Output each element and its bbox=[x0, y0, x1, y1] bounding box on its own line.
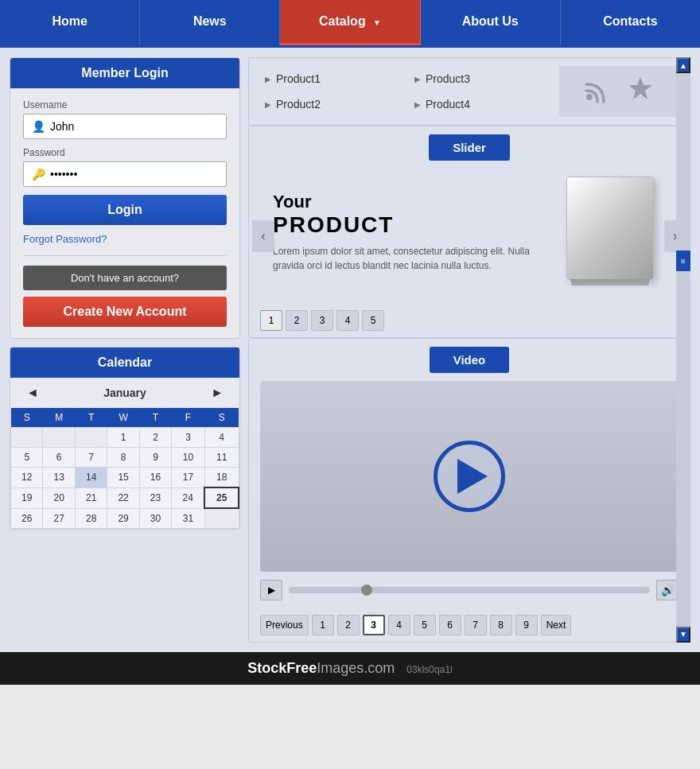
cal-day-2[interactable]: 2 bbox=[139, 428, 171, 448]
nav-catalog[interactable]: Catalog ▼ bbox=[280, 0, 420, 45]
cal-day-3[interactable]: 3 bbox=[172, 428, 205, 448]
video-play-button[interactable]: ▶ bbox=[260, 580, 282, 600]
dropdown-arrow-icon: ▼ bbox=[373, 18, 381, 27]
pagination-next[interactable]: Next bbox=[541, 615, 572, 635]
video-box: Video ▶ 🔊 Previous 1 2 bbox=[248, 338, 690, 643]
video-progress-bar[interactable] bbox=[289, 587, 650, 593]
cal-day-4[interactable]: 4 bbox=[204, 428, 239, 448]
arrow-right-icon-4: ▶ bbox=[414, 100, 421, 109]
cal-day-9[interactable]: 9 bbox=[139, 448, 171, 468]
rss-icon[interactable] bbox=[583, 75, 612, 109]
cal-cell-empty bbox=[204, 508, 239, 528]
scroll-menu-button[interactable]: ≡ bbox=[676, 251, 690, 271]
slider-text: Your PRODUCT Lorem ipsum dolor sit amet,… bbox=[273, 192, 554, 273]
slider-dot-1[interactable]: 1 bbox=[260, 310, 282, 331]
calendar-box: Calendar ◄ January ► S M T W T F S bbox=[10, 347, 240, 530]
cal-day-7[interactable]: 7 bbox=[75, 448, 107, 468]
product1-item[interactable]: ▶ Product1 bbox=[260, 66, 402, 91]
cal-day-17[interactable]: 17 bbox=[172, 468, 205, 488]
cal-day-5[interactable]: 5 bbox=[11, 448, 43, 468]
cal-day-18[interactable]: 18 bbox=[204, 468, 239, 488]
video-title: Video bbox=[430, 347, 510, 373]
pagination-1[interactable]: 1 bbox=[312, 615, 334, 635]
cal-day-24[interactable]: 24 bbox=[172, 487, 205, 508]
login-title: Member Login bbox=[10, 58, 239, 88]
cal-day-11[interactable]: 11 bbox=[204, 448, 239, 468]
username-field-wrapper[interactable]: 👤 bbox=[23, 114, 227, 139]
nav-about[interactable]: About Us bbox=[421, 0, 561, 45]
arrow-right-icon-2: ▶ bbox=[265, 100, 271, 109]
pagination-6[interactable]: 6 bbox=[439, 615, 461, 635]
nav-home[interactable]: Home bbox=[0, 0, 140, 45]
product4-item[interactable]: ▶ Product4 bbox=[410, 91, 551, 117]
cal-day-31[interactable]: 31 bbox=[172, 508, 205, 528]
slider-dot-2[interactable]: 2 bbox=[286, 310, 308, 331]
forgot-password-link[interactable]: Forgot Password? bbox=[23, 233, 107, 245]
cal-day-13[interactable]: 13 bbox=[43, 468, 75, 488]
password-input[interactable] bbox=[50, 168, 218, 181]
slider-dot-5[interactable]: 5 bbox=[362, 310, 384, 331]
cal-day-27[interactable]: 27 bbox=[43, 508, 75, 528]
scroll-down-button[interactable]: ▼ bbox=[676, 627, 690, 643]
login-button[interactable]: Login bbox=[23, 195, 227, 225]
cal-day-26[interactable]: 26 bbox=[11, 508, 43, 528]
cal-day-8[interactable]: 8 bbox=[107, 448, 139, 468]
product2-item[interactable]: ▶ Product2 bbox=[260, 91, 402, 117]
cal-day-22[interactable]: 22 bbox=[107, 487, 139, 508]
cal-day-w: W bbox=[107, 408, 139, 428]
top-nav: Home News Catalog ▼ About Us Contacts bbox=[0, 0, 700, 48]
cal-day-28[interactable]: 28 bbox=[75, 508, 107, 528]
product3-item[interactable]: ▶ Product3 bbox=[410, 66, 551, 91]
slider-prev-button[interactable]: ‹ bbox=[252, 220, 274, 252]
pagination-9[interactable]: 9 bbox=[515, 615, 538, 635]
cal-cell-empty bbox=[43, 428, 75, 448]
cal-day-14[interactable]: 14 bbox=[75, 468, 107, 488]
cal-day-29[interactable]: 29 bbox=[107, 508, 139, 528]
pagination-prev[interactable]: Previous bbox=[260, 615, 309, 635]
slider-dots: 1 2 3 4 5 bbox=[249, 304, 690, 337]
pagination-8[interactable]: 8 bbox=[490, 615, 512, 635]
watermark-code: 03kls0qa1l bbox=[406, 664, 452, 675]
pagination-3-active[interactable]: 3 bbox=[363, 615, 385, 635]
play-button[interactable] bbox=[434, 441, 505, 512]
cal-day-23[interactable]: 23 bbox=[139, 487, 171, 508]
cal-day-6[interactable]: 6 bbox=[43, 448, 75, 468]
password-field-wrapper[interactable]: 🔑 bbox=[23, 161, 227, 187]
nav-news[interactable]: News bbox=[140, 0, 280, 45]
table-row: 26 27 28 29 30 31 bbox=[11, 508, 239, 528]
volume-button[interactable]: 🔊 bbox=[656, 580, 679, 600]
video-title-bar: Video bbox=[249, 339, 690, 381]
slider-product-image bbox=[554, 177, 666, 288]
pagination-5[interactable]: 5 bbox=[414, 615, 436, 635]
cal-day-10[interactable]: 10 bbox=[172, 448, 205, 468]
calendar-next-button[interactable]: ► bbox=[204, 384, 230, 402]
cal-day-19[interactable]: 19 bbox=[11, 487, 43, 508]
cal-day-20[interactable]: 20 bbox=[43, 487, 75, 508]
cal-day-30[interactable]: 30 bbox=[139, 508, 171, 528]
username-input[interactable] bbox=[50, 120, 218, 133]
cal-day-21[interactable]: 21 bbox=[75, 487, 107, 508]
cal-day-25-today[interactable]: 25 bbox=[204, 487, 239, 508]
nav-contacts[interactable]: Contacts bbox=[561, 0, 700, 45]
calendar-prev-button[interactable]: ◄ bbox=[20, 384, 45, 402]
pagination-4[interactable]: 4 bbox=[388, 615, 410, 635]
create-account-button[interactable]: Create New Account bbox=[23, 297, 227, 327]
video-player[interactable] bbox=[260, 381, 679, 572]
member-login-box: Member Login Username 👤 Password 🔑 Login… bbox=[10, 57, 240, 339]
star-icon[interactable] bbox=[626, 75, 655, 109]
calendar-title: Calendar bbox=[10, 348, 239, 378]
cal-day-15[interactable]: 15 bbox=[107, 468, 139, 488]
cal-day-16[interactable]: 16 bbox=[139, 468, 171, 488]
slider-dot-4[interactable]: 4 bbox=[336, 310, 359, 331]
arrow-right-icon-3: ▶ bbox=[414, 75, 421, 84]
cal-day-m: M bbox=[43, 408, 75, 428]
cal-day-12[interactable]: 12 bbox=[11, 468, 43, 488]
lock-icon: 🔑 bbox=[32, 168, 45, 181]
progress-handle[interactable] bbox=[361, 585, 372, 596]
pagination-7[interactable]: 7 bbox=[465, 615, 487, 635]
pagination-2[interactable]: 2 bbox=[337, 615, 360, 635]
svg-point-0 bbox=[586, 94, 593, 100]
cal-day-1[interactable]: 1 bbox=[107, 428, 139, 448]
slider-dot-3[interactable]: 3 bbox=[311, 310, 333, 331]
scroll-up-button[interactable]: ▲ bbox=[676, 57, 690, 73]
